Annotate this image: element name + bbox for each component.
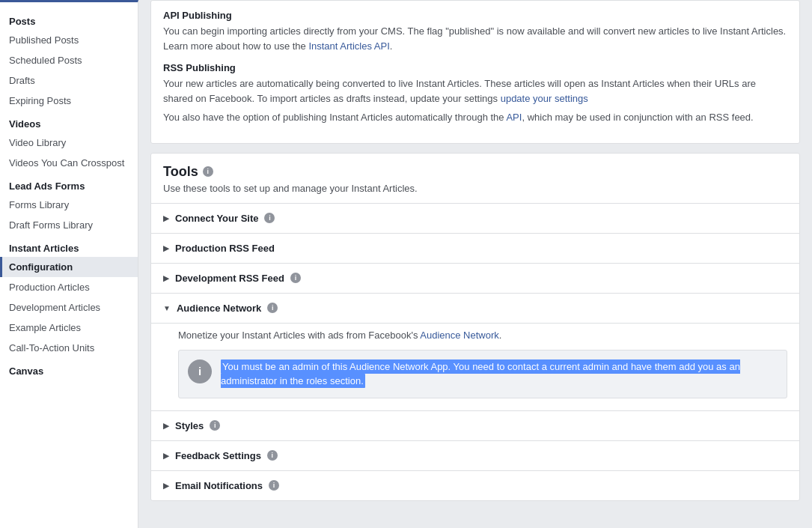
sidebar: PostsPublished PostsScheduled PostsDraft… (0, 0, 138, 528)
tools-title-row: Tools i (151, 154, 799, 183)
publishing-card: API Publishing You can begin importing a… (150, 0, 800, 144)
chevron-right-icon-4: ▶ (163, 422, 169, 430)
api-link[interactable]: API (506, 112, 522, 123)
rss-extra-text: You also have the option of publishing I… (163, 110, 787, 125)
sidebar-item-configuration[interactable]: Configuration (0, 257, 138, 277)
chevron-down-icon: ▼ (163, 304, 171, 312)
tools-subtitle: Use these tools to set up and manage you… (151, 183, 799, 203)
sidebar-section-header: Lead Ads Forms (0, 173, 138, 195)
alert-text-wrapper: You must be an admin of this Audience Ne… (221, 359, 778, 389)
production-rss-label: Production RSS Feed (175, 243, 275, 254)
connect-your-site-label: Connect Your Site (175, 213, 258, 224)
alert-message: You must be an admin of this Audience Ne… (221, 359, 740, 389)
audience-network-info-icon[interactable]: i (267, 303, 278, 313)
email-notifications-info-icon[interactable]: i (269, 480, 279, 491)
styles-row: ▶ Styles i (151, 410, 799, 440)
tools-header-area: Tools i Use these tools to set up and ma… (151, 154, 799, 203)
styles-header[interactable]: ▶ Styles i (151, 411, 799, 440)
publishing-card-body: API Publishing You can begin importing a… (151, 1, 799, 143)
tools-info-icon[interactable]: i (203, 166, 213, 177)
sidebar-item-example-articles[interactable]: Example Articles (0, 318, 138, 338)
rss-extra-start: You also have the option of publishing I… (163, 112, 506, 123)
email-notifications-header[interactable]: ▶ Email Notifications i (151, 471, 799, 500)
api-publishing-title: API Publishing (163, 10, 787, 21)
audience-network-alert: i You must be an admin of this Audience … (178, 350, 787, 398)
rss-publishing-title: RSS Publishing (163, 62, 787, 73)
connect-your-site-row: ▶ Connect Your Site i (151, 203, 799, 233)
sidebar-item-drafts[interactable]: Drafts (0, 70, 138, 91)
alert-info-icon: i (188, 359, 212, 383)
update-settings-link[interactable]: update your settings (501, 93, 588, 104)
sidebar-section-header: Instant Articles (0, 235, 138, 257)
tools-title: Tools (163, 164, 198, 180)
styles-info-icon[interactable]: i (210, 420, 220, 431)
audience-network-label: Audience Network (177, 303, 261, 314)
development-rss-header[interactable]: ▶ Development RSS Feed i (151, 264, 799, 293)
sidebar-item-published-posts[interactable]: Published Posts (0, 30, 138, 50)
development-rss-info-icon[interactable]: i (290, 273, 301, 283)
sidebar-item-production-articles[interactable]: Production Articles (0, 277, 138, 297)
api-publishing-section: API Publishing You can begin importing a… (163, 10, 787, 53)
chevron-right-icon: ▶ (163, 214, 169, 222)
tools-card: Tools i Use these tools to set up and ma… (150, 153, 800, 501)
audience-network-content: Monetize your Instant Articles with ads … (151, 323, 799, 410)
sidebar-section-header: Posts (0, 8, 138, 30)
api-text-start: You can begin importing articles directl… (163, 25, 786, 52)
rss-publishing-text: Your new articles are automatically bein… (163, 76, 787, 106)
development-rss-row: ▶ Development RSS Feed i (151, 263, 799, 293)
audience-network-row: ▼ Audience Network i Monetize your Insta… (151, 293, 799, 410)
sidebar-item-video-library[interactable]: Video Library (0, 133, 138, 153)
production-rss-header[interactable]: ▶ Production RSS Feed (151, 234, 799, 263)
sidebar-item-crosspost[interactable]: Videos You Can Crosspost (0, 153, 138, 173)
main-content: API Publishing You can begin importing a… (138, 0, 812, 528)
email-notifications-label: Email Notifications (175, 480, 263, 491)
chevron-right-icon-3: ▶ (163, 274, 169, 282)
connect-your-site-header[interactable]: ▶ Connect Your Site i (151, 204, 799, 233)
sidebar-section-header: Canvas (0, 358, 138, 380)
feedback-settings-header[interactable]: ▶ Feedback Settings i (151, 441, 799, 470)
rss-extra-end: , which may be used in conjunction with … (522, 112, 753, 123)
feedback-settings-label: Feedback Settings (175, 450, 261, 461)
instant-articles-api-link[interactable]: Instant Articles API (308, 40, 389, 52)
feedback-settings-row: ▶ Feedback Settings i (151, 440, 799, 470)
rss-text-start: Your new articles are automatically bein… (163, 78, 756, 104)
development-rss-label: Development RSS Feed (175, 273, 284, 284)
feedback-settings-info-icon[interactable]: i (267, 450, 278, 461)
chevron-right-icon-6: ▶ (163, 482, 169, 490)
sidebar-item-forms-library[interactable]: Forms Library (0, 195, 138, 215)
audience-network-link[interactable]: Audience Network (420, 330, 499, 341)
sidebar-item-development-articles[interactable]: Development Articles (0, 297, 138, 318)
styles-label: Styles (175, 420, 204, 431)
audience-network-desc-end: . (499, 330, 502, 341)
api-publishing-text: You can begin importing articles directl… (163, 24, 787, 53)
audience-network-header[interactable]: ▼ Audience Network i (151, 294, 799, 323)
connect-your-site-info-icon[interactable]: i (264, 213, 275, 223)
production-rss-row: ▶ Production RSS Feed (151, 233, 799, 263)
sidebar-item-cta-units[interactable]: Call-To-Action Units (0, 338, 138, 358)
sidebar-item-expiring-posts[interactable]: Expiring Posts (0, 91, 138, 111)
sidebar-section-header: Videos (0, 111, 138, 133)
audience-network-desc-start: Monetize your Instant Articles with ads … (178, 330, 420, 341)
sidebar-item-scheduled-posts[interactable]: Scheduled Posts (0, 50, 138, 70)
audience-network-desc: Monetize your Instant Articles with ads … (178, 330, 787, 341)
chevron-right-icon-5: ▶ (163, 452, 169, 460)
sidebar-item-draft-forms-library[interactable]: Draft Forms Library (0, 215, 138, 235)
rss-publishing-section: RSS Publishing Your new articles are aut… (163, 62, 787, 125)
email-notifications-row: ▶ Email Notifications i (151, 470, 799, 500)
alert-i-char: i (198, 365, 201, 377)
chevron-right-icon-2: ▶ (163, 244, 169, 252)
